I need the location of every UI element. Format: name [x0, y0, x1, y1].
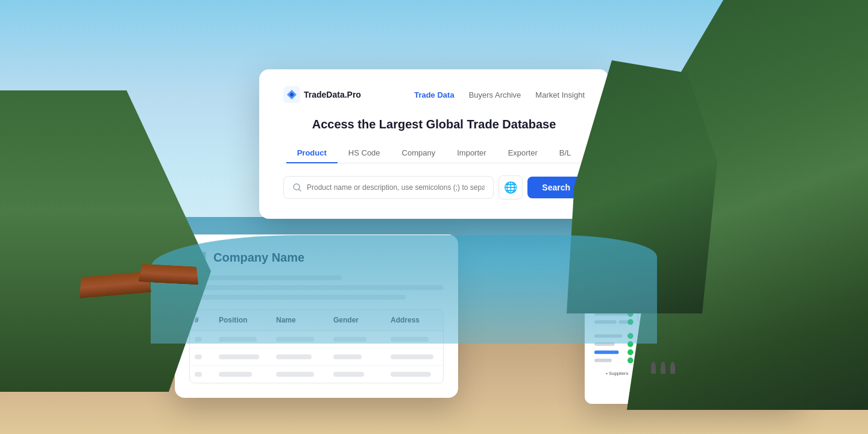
- search-tabs: Product HS Code Company Importer Exporte…: [283, 143, 585, 163]
- svg-point-66: [627, 357, 634, 363]
- search-input[interactable]: [307, 183, 485, 192]
- svg-text:• Suppliers: • Suppliers: [606, 371, 628, 376]
- td-gender-3: [329, 366, 386, 383]
- td-address-3: [386, 366, 443, 383]
- tab-company[interactable]: Company: [391, 143, 447, 163]
- logo-area: TradeData.Pro: [283, 86, 361, 103]
- globe-icon: 🌐: [504, 181, 517, 194]
- table-row: [190, 366, 443, 383]
- beach-people: [651, 362, 675, 374]
- main-title: Access the Largest Global Trade Database: [283, 118, 585, 131]
- card-nav: TradeData.Pro Trade Data Buyers Archive …: [283, 86, 585, 103]
- td-pos-3: [214, 366, 271, 383]
- person-3: [670, 362, 675, 374]
- boat-2: [138, 263, 199, 285]
- td-name-3: [271, 366, 329, 383]
- boats-area: [30, 205, 271, 326]
- nav-buyers-archive[interactable]: Buyers Archive: [469, 90, 521, 99]
- svg-line-2: [299, 189, 301, 191]
- svg-rect-63: [594, 350, 619, 354]
- tab-importer[interactable]: Importer: [446, 143, 497, 163]
- svg-rect-65: [594, 359, 612, 362]
- logo-text: TradeData.Pro: [304, 90, 361, 99]
- search-icon: [292, 183, 302, 192]
- tab-exporter[interactable]: Exporter: [497, 143, 549, 163]
- td-pos-2: [214, 348, 271, 365]
- td-address-2: [386, 348, 443, 365]
- svg-point-64: [627, 350, 634, 356]
- nav-market-insight[interactable]: Market Insight: [535, 90, 585, 99]
- person-1: [651, 362, 656, 374]
- search-input-wrap: [283, 176, 494, 199]
- globe-button[interactable]: 🌐: [498, 175, 523, 200]
- tab-product[interactable]: Product: [286, 143, 338, 163]
- nav-trade-data[interactable]: Trade Data: [414, 90, 454, 99]
- person-2: [661, 362, 665, 374]
- search-bar: 🌐 Search: [283, 175, 585, 200]
- td-num-2: [190, 348, 214, 365]
- table-row: [190, 348, 443, 366]
- tab-bl[interactable]: B/L: [549, 143, 582, 163]
- td-name-2: [271, 348, 329, 365]
- td-num-3: [190, 366, 214, 383]
- nav-links: Trade Data Buyers Archive Market Insight: [414, 90, 585, 99]
- main-search-card: TradeData.Pro Trade Data Buyers Archive …: [259, 69, 609, 219]
- td-gender-2: [329, 348, 386, 365]
- logo-icon: [283, 86, 300, 103]
- tab-hs-code[interactable]: HS Code: [338, 143, 391, 163]
